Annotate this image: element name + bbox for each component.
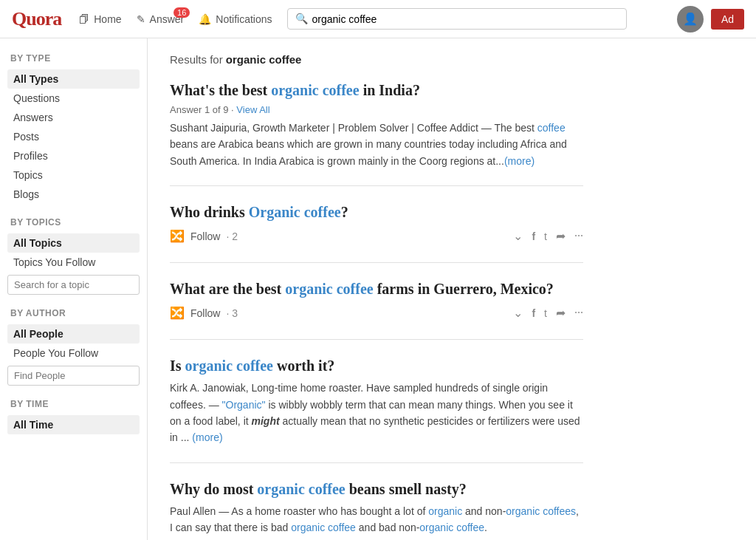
twitter-icon-2[interactable]: t: [544, 230, 547, 242]
home-icon: 🗍: [79, 13, 89, 25]
title-plain-2: Who drinks: [170, 204, 249, 220]
title-highlight-2[interactable]: Organic coffee: [249, 204, 341, 220]
sidebar-item-topics[interactable]: Topics: [7, 165, 140, 185]
snippet-link-5d[interactable]: organic coffee: [419, 522, 484, 533]
title-suffix-5: beans smell nasty?: [346, 481, 467, 497]
title-highlight-3[interactable]: organic coffee: [285, 281, 373, 297]
facebook-icon-3[interactable]: f: [532, 307, 535, 319]
view-all-link[interactable]: View All: [236, 104, 269, 115]
by-time-label: By Time: [7, 399, 140, 409]
snippet-link-1[interactable]: coffee: [537, 122, 566, 134]
page-body: By Type All Types Questions Answers Post…: [0, 38, 756, 540]
follow-count-3: · 3: [226, 307, 238, 319]
sidebar-item-blogs[interactable]: Blogs: [7, 185, 140, 204]
sidebar-item-all-people[interactable]: All People: [7, 324, 140, 344]
sidebar-item-profiles[interactable]: Profiles: [7, 146, 140, 165]
follow-topic-icon-3: 🔀: [170, 306, 185, 320]
sidebar: By Type All Types Questions Answers Post…: [0, 38, 148, 540]
follow-button-2[interactable]: Follow: [190, 230, 220, 242]
result-snippet-5: Paul Allen — As a home roaster who has b…: [170, 503, 583, 536]
results-prefix: Results for: [170, 53, 226, 66]
search-icon: 🔍: [295, 13, 308, 25]
search-bar: 🔍: [287, 8, 627, 30]
more-icon-2[interactable]: ···: [574, 230, 583, 243]
title-plain-1: What's the best: [170, 82, 271, 98]
sidebar-item-topics-you-follow[interactable]: Topics You Follow: [7, 253, 140, 272]
result-title-3[interactable]: What are the best organic coffee farms i…: [170, 279, 583, 298]
sidebar-item-all-time[interactable]: All Time: [7, 415, 140, 434]
more-icon-3[interactable]: ···: [574, 307, 583, 320]
title-highlight-4[interactable]: organic coffee: [185, 358, 273, 374]
main-content: Results for organic coffee What's the be…: [148, 38, 605, 540]
downvote-icon-3[interactable]: ⌄: [513, 306, 523, 320]
snippet-link-5c[interactable]: organic coffee: [291, 522, 356, 533]
facebook-icon-2[interactable]: f: [532, 230, 535, 242]
logo[interactable]: Quora: [12, 8, 61, 30]
by-type-label: By Type: [7, 53, 140, 64]
title-highlight-1[interactable]: organic coffee: [271, 82, 359, 98]
follow-row-2: 🔀 Follow · 2 ⌄ f t ➦ ···: [170, 229, 583, 243]
topic-search-input[interactable]: [7, 275, 140, 295]
snippet-author-1: Sushant Jaipuria, Growth Marketer | Prob…: [170, 122, 478, 134]
result-meta-1: Answer 1 of 9 · View All: [170, 104, 583, 115]
title-plain-4: Is: [170, 358, 185, 374]
sidebar-item-all-types[interactable]: All Types: [7, 69, 140, 89]
share-icon-2[interactable]: ➦: [556, 229, 566, 243]
meta-text-1: Answer 1 of 9 · View All: [170, 104, 270, 115]
result-card-4: Is organic coffee worth it? Kirk A. Jano…: [170, 356, 583, 463]
title-plain-3: What are the best: [170, 281, 285, 297]
snippet-author-5: Paul Allen: [170, 505, 216, 517]
follow-button-3[interactable]: Follow: [190, 307, 220, 319]
answer-icon: ✎: [137, 13, 145, 25]
nav-answer[interactable]: ✎ Answer 16: [137, 13, 185, 25]
result-title-5[interactable]: Why do most organic coffee beans smell n…: [170, 479, 583, 499]
ad-button[interactable]: Ad: [711, 9, 744, 30]
avatar-icon: 👤: [683, 12, 698, 26]
bell-icon: 🔔: [199, 13, 211, 25]
snippet-body3-5: and bad non-: [356, 522, 419, 533]
twitter-icon-3[interactable]: t: [544, 307, 547, 319]
sidebar-item-questions[interactable]: Questions: [7, 89, 140, 108]
follow-actions-2: ⌄ f t ➦ ···: [513, 229, 583, 243]
follow-count-2: · 2: [226, 230, 238, 242]
snippet-body4-5: .: [484, 522, 487, 533]
results-header: Results for organic coffee: [170, 53, 583, 66]
more-link-1[interactable]: (more): [504, 155, 535, 167]
header: Quora 🗍 Home ✎ Answer 16 🔔 Notifications…: [0, 0, 756, 38]
result-title-4[interactable]: Is organic coffee worth it?: [170, 356, 583, 375]
snippet-link-5b[interactable]: organic coffees: [506, 505, 576, 517]
avatar[interactable]: 👤: [677, 6, 704, 33]
result-title-2[interactable]: Who drinks Organic coffee?: [170, 202, 583, 222]
title-suffix-3: farms in Guerrero, Mexico?: [374, 281, 554, 297]
people-search-input[interactable]: [7, 366, 140, 386]
downvote-icon-2[interactable]: ⌄: [513, 229, 523, 243]
search-input[interactable]: [312, 13, 619, 25]
more-link-4[interactable]: (more): [192, 431, 222, 443]
title-highlight-5[interactable]: organic coffee: [257, 481, 345, 497]
snippet-link-5a[interactable]: organic: [428, 505, 462, 517]
title-suffix-4: worth it?: [273, 358, 334, 374]
snippet-dash-4: —: [206, 399, 222, 411]
snippet-link-4[interactable]: "Organic": [222, 399, 266, 411]
result-title-1[interactable]: What's the best organic coffee in India?: [170, 81, 583, 100]
result-card-3: What are the best organic coffee farms i…: [170, 279, 583, 340]
result-card-1: What's the best organic coffee in India?…: [170, 81, 583, 186]
result-snippet-4: Kirk A. Janowiak, Long-time home roaster…: [170, 380, 583, 446]
nav-home[interactable]: 🗍 Home: [79, 13, 121, 25]
share-icon-3[interactable]: ➦: [556, 306, 566, 320]
snippet-dash-1: — The best: [478, 122, 537, 134]
results-query: organic coffee: [226, 53, 302, 66]
follow-topic-icon-2: 🔀: [170, 229, 185, 243]
follow-row-3: 🔀 Follow · 3 ⌄ f t ➦ ···: [170, 306, 583, 320]
sidebar-item-people-you-follow[interactable]: People You Follow: [7, 344, 140, 363]
snippet-body-5: and non-: [462, 505, 506, 517]
sidebar-item-answers[interactable]: Answers: [7, 108, 140, 127]
title-suffix-2: ?: [341, 204, 348, 220]
sidebar-item-all-topics[interactable]: All Topics: [7, 233, 140, 253]
result-snippet-1: Sushant Jaipuria, Growth Marketer | Prob…: [170, 120, 583, 169]
sidebar-item-posts[interactable]: Posts: [7, 127, 140, 146]
answer-badge: 16: [173, 7, 190, 18]
title-plain-5: Why do most: [170, 481, 257, 497]
header-right: 👤 Ad: [677, 6, 744, 33]
nav-notifications[interactable]: 🔔 Notifications: [199, 13, 272, 25]
